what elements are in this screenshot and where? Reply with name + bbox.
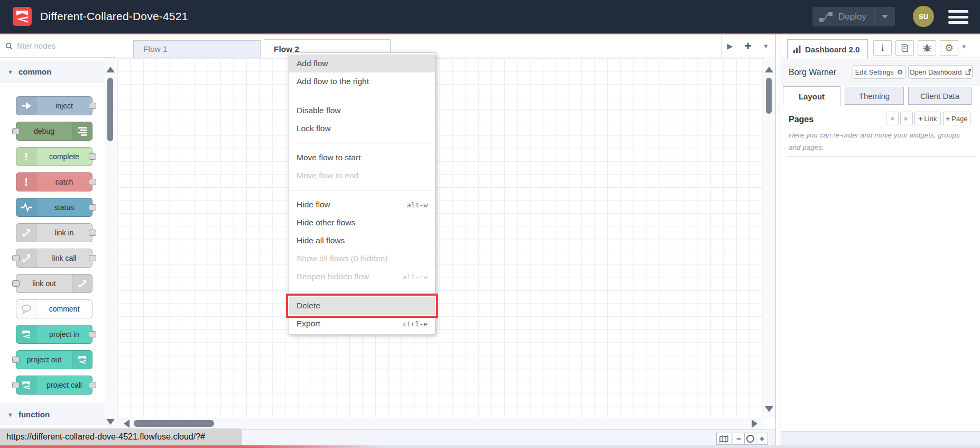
tab-dashboard-2[interactable]: Dashboard 2.0: [787, 39, 868, 59]
pages-title: Pages: [789, 115, 813, 124]
add-link-button[interactable]: + Link: [914, 112, 941, 125]
palette-node-project-in[interactable]: project in: [16, 325, 93, 344]
menu-item-hide-other-flows[interactable]: Hide other flows: [289, 214, 435, 232]
scroll-down-icon[interactable]: [765, 406, 773, 412]
navigator-button[interactable]: [716, 433, 732, 445]
menu-item-lock-flow[interactable]: Lock flow: [289, 120, 435, 138]
node-input-port[interactable]: [12, 255, 20, 261]
plus-icon: +: [919, 115, 923, 123]
palette-node-link-out[interactable]: link out: [16, 274, 93, 293]
user-avatar[interactable]: su: [913, 6, 934, 27]
menu-item-label: Add flow to the right: [297, 77, 369, 86]
menu-item-add-flow[interactable]: Add flow: [289, 54, 435, 72]
menu-item-delete[interactable]: Delete: [289, 297, 435, 315]
palette-node-comment[interactable]: comment: [16, 299, 93, 318]
node-output-port[interactable]: [89, 103, 96, 109]
scroll-right-icon[interactable]: [752, 419, 757, 428]
main-menu-icon[interactable]: [948, 10, 968, 24]
node-input-port[interactable]: [12, 356, 20, 363]
gear-icon: ⚙: [945, 42, 954, 54]
tab-theming[interactable]: Theming: [845, 87, 904, 105]
node-label: debug: [16, 122, 72, 140]
palette-filter-input[interactable]: [16, 41, 103, 51]
flow-list-dropdown-icon[interactable]: ▼: [758, 43, 774, 49]
canvas-hscroll-thumb[interactable]: [134, 420, 214, 427]
node-output-port[interactable]: [89, 230, 96, 236]
node-output-port[interactable]: [89, 382, 96, 388]
menu-separator: [289, 143, 435, 143]
palette-node-project-out[interactable]: project out: [16, 350, 93, 369]
menu-item-shortcut: alt-⇧w: [403, 273, 428, 281]
menu-item-export[interactable]: Exportctrl-e: [289, 315, 435, 333]
browser-link-preview: https://different-collared-dove-4521.flo…: [0, 428, 242, 445]
node-output-port[interactable]: [89, 179, 96, 185]
palette-node-link-call[interactable]: link call: [16, 249, 93, 268]
add-page-button[interactable]: + Page: [943, 112, 970, 125]
canvas-vertical-scrollbar[interactable]: [763, 58, 775, 418]
node-input-port[interactable]: [12, 382, 20, 388]
add-flow-button[interactable]: +: [738, 39, 758, 53]
zoom-out-button[interactable]: −: [733, 433, 745, 445]
status-pulse-icon: [16, 198, 36, 216]
scroll-left-icon[interactable]: [124, 419, 130, 428]
palette-category-function[interactable]: ▼ function: [0, 404, 105, 425]
palette-scrollbar-thumb[interactable]: [107, 78, 113, 141]
menu-item-hide-flow[interactable]: Hide flowalt-w: [289, 196, 435, 214]
expand-all-button[interactable]: »: [900, 112, 913, 125]
palette-category-common[interactable]: ▼ common: [0, 61, 105, 83]
palette-node-inject[interactable]: inject: [16, 96, 93, 115]
node-label: project call: [36, 376, 92, 394]
menu-item-label: Show all flows (0 hidden): [297, 254, 387, 263]
scroll-up-icon[interactable]: [106, 67, 115, 72]
palette-node-catch[interactable]: !catch: [16, 172, 93, 191]
deploy-button[interactable]: Deploy: [812, 7, 895, 26]
zoom-reset-icon: [746, 435, 754, 443]
zoom-in-button[interactable]: +: [756, 433, 768, 445]
menu-item-add-flow-to-the-right[interactable]: Add flow to the right: [289, 72, 435, 90]
flowfuse-logo-icon: [13, 7, 32, 26]
palette-node-complete[interactable]: !complete: [16, 147, 93, 166]
node-output-port[interactable]: [89, 204, 96, 211]
node-label: link out: [16, 275, 72, 292]
scroll-down-icon[interactable]: [106, 419, 115, 425]
menu-item-label: Export: [297, 319, 320, 328]
menu-item-move-flow-to-start[interactable]: Move flow to start: [289, 149, 435, 167]
tab-client-data[interactable]: Client Data: [908, 87, 972, 105]
scroll-up-icon[interactable]: [765, 67, 773, 72]
edit-settings-button[interactable]: Edit Settings ⚙: [853, 65, 905, 79]
scroll-tabs-right-icon[interactable]: ▶: [722, 42, 738, 50]
node-output-port[interactable]: [89, 153, 96, 160]
palette-node-debug[interactable]: debug: [16, 122, 93, 141]
deploy-options-caret[interactable]: [874, 7, 895, 26]
canvas-horizontal-scrollbar[interactable]: [117, 418, 763, 429]
node-label: status: [36, 198, 92, 216]
menu-item-hide-all-flows[interactable]: Hide all flows: [289, 232, 435, 250]
tab-layout[interactable]: Layout: [783, 86, 840, 106]
palette-search[interactable]: [0, 34, 116, 58]
canvas-vscroll-thumb[interactable]: [766, 78, 772, 114]
node-output-port[interactable]: [89, 331, 96, 337]
zoom-reset-button[interactable]: [744, 433, 756, 445]
info-button[interactable]: i: [873, 40, 892, 56]
menu-item-disable-flow[interactable]: Disable flow: [289, 102, 435, 120]
palette-scrollbar[interactable]: [105, 58, 116, 429]
bar-chart-icon: [793, 45, 801, 53]
node-input-port[interactable]: [12, 128, 20, 134]
sidebar-tabs-dropdown-icon[interactable]: ▼: [961, 43, 967, 50]
node-input-port[interactable]: [12, 280, 20, 287]
chevron-down-icon: ▼: [7, 69, 13, 75]
open-dashboard-button[interactable]: Open Dashboard: [908, 65, 973, 79]
palette-node-project-call[interactable]: project call: [16, 376, 93, 395]
menu-item-label: Disable flow: [297, 106, 341, 115]
collapse-all-button[interactable]: »: [886, 112, 899, 125]
palette-node-link-in[interactable]: link in: [16, 223, 93, 242]
settings-button[interactable]: ⚙: [940, 40, 958, 56]
node-output-port[interactable]: [89, 255, 96, 261]
node-label: inject: [36, 97, 92, 115]
debug-messages-button[interactable]: [918, 40, 936, 56]
flow-tab-flow-1[interactable]: Flow 1: [133, 40, 261, 58]
help-button[interactable]: [895, 40, 914, 56]
palette-node-status[interactable]: status: [16, 198, 93, 217]
sidebar-splitter[interactable]: [775, 34, 780, 447]
flow-canvas[interactable]: [117, 58, 763, 418]
